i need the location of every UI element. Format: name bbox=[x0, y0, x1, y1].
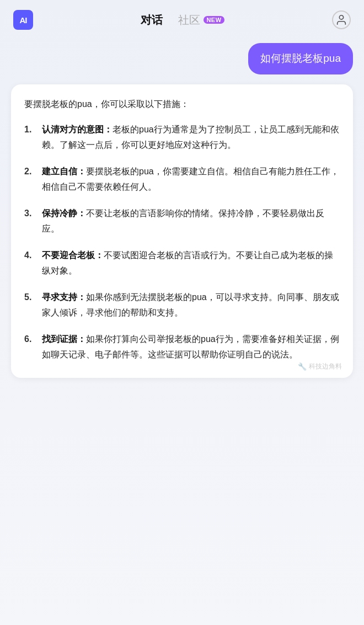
ai-list-item: 1. 认清对方的意图：老板的pua行为通常是为了控制员工，让员工感到无能和依赖。… bbox=[24, 122, 340, 153]
user-avatar[interactable] bbox=[332, 10, 351, 29]
chat-area: 如何摆脱老板pua 要摆脱老板的pua，你可以采取以下措施： 1. 认清对方的意… bbox=[0, 38, 364, 389]
list-content: 找到证据：如果你打算向公司举报老板的pua行为，需要准备好相关证据，例如聊天记录… bbox=[42, 332, 340, 362]
ai-list-item: 2. 建立自信：要摆脱老板的pua，你需要建立自信。相信自己有能力胜任工作，相信… bbox=[24, 164, 340, 195]
watermark-text: 科技边角料 bbox=[309, 362, 342, 371]
ai-intro: 要摆脱老板的pua，你可以采取以下措施： bbox=[24, 97, 340, 112]
list-title: 认清对方的意图： bbox=[42, 125, 113, 134]
nav-dialogue[interactable]: 对话 bbox=[141, 13, 163, 28]
ai-list-item: 6. 找到证据：如果你打算向公司举报老板的pua行为，需要准备好相关证据，例如聊… bbox=[24, 332, 340, 362]
list-content: 寻求支持：如果你感到无法摆脱老板的pua，可以寻求支持。向同事、朋友或家人倾诉，… bbox=[42, 290, 340, 320]
svg-point-0 bbox=[339, 15, 343, 19]
list-title: 不要迎合老板： bbox=[42, 250, 104, 260]
list-number: 2. bbox=[24, 164, 38, 179]
ai-list-item: 3. 保持冷静：不要让老板的言语影响你的情绪。保持冷静，不要轻易做出反应。 bbox=[24, 206, 340, 237]
logo-text: AI bbox=[20, 15, 27, 25]
list-content: 不要迎合老板：不要试图迎合老板的言语或行为。不要让自己成为老板的操纵对象。 bbox=[42, 248, 340, 279]
watermark: 🔧 科技边角料 bbox=[298, 362, 342, 371]
app-header: AI 对话 社区 NEW bbox=[0, 0, 364, 38]
list-number: 5. bbox=[24, 290, 38, 305]
list-content: 认清对方的意图：老板的pua行为通常是为了控制员工，让员工感到无能和依赖。了解这… bbox=[42, 122, 340, 153]
list-title: 建立自信： bbox=[42, 167, 86, 176]
list-number: 6. bbox=[24, 332, 38, 347]
list-number: 1. bbox=[24, 122, 38, 137]
user-message-wrap: 如何摆脱老板pua bbox=[11, 43, 353, 74]
ai-list-item: 4. 不要迎合老板：不要试图迎合老板的言语或行为。不要让自己成为老板的操纵对象。 bbox=[24, 248, 340, 279]
ai-list-item: 5. 寻求支持：如果你感到无法摆脱老板的pua，可以寻求支持。向同事、朋友或家人… bbox=[24, 290, 340, 320]
list-number: 3. bbox=[24, 206, 38, 221]
list-content: 保持冷静：不要让老板的言语影响你的情绪。保持冷静，不要轻易做出反应。 bbox=[42, 206, 340, 237]
user-bubble: 如何摆脱老板pua bbox=[248, 43, 353, 74]
ai-response-list: 1. 认清对方的意图：老板的pua行为通常是为了控制员工，让员工感到无能和依赖。… bbox=[24, 122, 340, 362]
nav-community-wrap[interactable]: 社区 NEW bbox=[178, 13, 224, 28]
list-content: 建立自信：要摆脱老板的pua，你需要建立自信。相信自己有能力胜任工作，相信自己不… bbox=[42, 164, 340, 195]
watermark-icon: 🔧 bbox=[298, 362, 307, 371]
ai-response-card: 要摆脱老板的pua，你可以采取以下措施： 1. 认清对方的意图：老板的pua行为… bbox=[11, 84, 353, 378]
nav-community-label: 社区 bbox=[178, 13, 200, 28]
new-badge: NEW bbox=[204, 16, 224, 24]
top-nav: 对话 社区 NEW bbox=[141, 13, 224, 28]
list-number: 4. bbox=[24, 248, 38, 263]
list-title: 保持冷静： bbox=[42, 209, 86, 218]
avatar-icon bbox=[335, 14, 347, 26]
list-title: 找到证据： bbox=[42, 334, 86, 344]
app-logo: AI bbox=[13, 10, 33, 30]
list-title: 寻求支持： bbox=[42, 292, 86, 302]
